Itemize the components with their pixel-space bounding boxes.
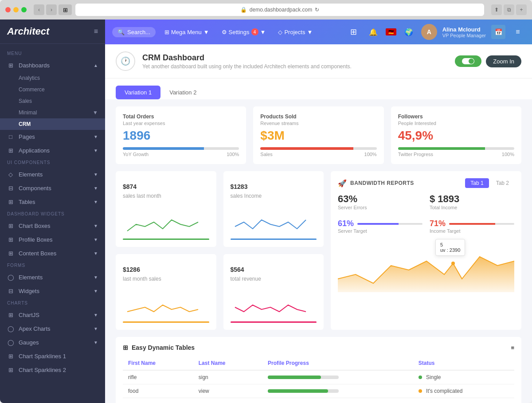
menu-label: MENU xyxy=(0,48,105,59)
charts-bottom-row: $1286 last month sales xyxy=(116,254,324,330)
sidebar-item-crm[interactable]: CRM xyxy=(0,118,105,130)
sidebar-logo-area: Architect ≡ xyxy=(0,20,105,44)
settings-item[interactable]: ⚙ Settings 4 ▼ xyxy=(218,27,270,37)
col-progress[interactable]: Profile Progress xyxy=(262,356,413,370)
sidebar-item-components[interactable]: ⊟ Components ▼ xyxy=(0,181,105,195)
search-bar[interactable]: 🔍 Search... xyxy=(112,27,156,37)
form-widgets-label: Widgets xyxy=(19,288,39,294)
sidebar-item-sparklines2[interactable]: ⊞ Chart Sparklines 2 xyxy=(0,363,105,377)
chart-point xyxy=(451,262,455,265)
stat-orders-sublabel: Last year expenses xyxy=(123,121,239,126)
mini-chart-card-3: $564 total revenue xyxy=(223,254,324,330)
copy-button[interactable]: ⧉ xyxy=(504,4,514,15)
col-firstname[interactable]: First Name xyxy=(123,356,193,370)
products-progress-bar xyxy=(260,147,376,150)
sidebar-item-pages[interactable]: □ Pages ▼ xyxy=(0,130,105,144)
window-button[interactable]: ⊞ xyxy=(59,4,72,15)
zoom-button[interactable]: Zoom In xyxy=(486,55,521,67)
sidebar-item-gauges[interactable]: ◯ Gauges ▼ xyxy=(0,336,105,349)
sidebar-item-sparklines1[interactable]: ⊞ Chart Sparklines 1 xyxy=(0,349,105,363)
applications-arrow: ▼ xyxy=(94,148,98,153)
sidebar-item-commerce[interactable]: Commerce xyxy=(0,84,105,95)
gauges-label: Gauges xyxy=(19,339,39,346)
stat-card-products: Products Sold Revenue streams $3M Sales … xyxy=(253,106,383,164)
minimize-dot[interactable] xyxy=(13,7,19,12)
orders-progress-bar xyxy=(123,147,239,150)
chart-0-underline xyxy=(123,239,209,240)
logo-text: Architect xyxy=(7,26,49,37)
sidebar-item-minimal[interactable]: Minimal ▼ xyxy=(0,107,105,118)
toggle-button[interactable] xyxy=(455,55,481,67)
form-elements-arrow: ▼ xyxy=(94,275,98,280)
sidebar: Architect ≡ MENU ⊞ Dashboards ▲ Analytic… xyxy=(0,20,105,403)
sidebar-item-form-elements[interactable]: ◯ Elements ▼ xyxy=(0,270,105,284)
applications-label: Applications xyxy=(19,147,50,154)
sidebar-item-sales[interactable]: Sales xyxy=(0,95,105,107)
mega-menu-item[interactable]: ⊞ Mega Menu ▼ xyxy=(161,27,213,37)
apex-charts-arrow: ▼ xyxy=(94,326,98,331)
charts-label: CHARTS xyxy=(0,298,105,308)
calendar-button[interactable]: 📅 xyxy=(491,25,505,39)
menu-lines-button[interactable]: ≡ xyxy=(511,25,525,39)
table-row: rifle sign Single xyxy=(123,370,514,384)
sidebar-item-profile-boxes[interactable]: ⊞ Profile Boxes ▼ xyxy=(0,233,105,246)
sidebar-item-dashboards[interactable]: ⊞ Dashboards ▲ xyxy=(0,59,105,72)
grid-button[interactable]: ⊞ xyxy=(347,25,361,39)
sidebar-item-elements[interactable]: ◇ Elements ▼ xyxy=(0,168,105,181)
sidebar-item-tables[interactable]: ⊞ Tables ▼ xyxy=(0,195,105,209)
tooltip-x: 5 xyxy=(440,242,460,247)
sidebar-item-applications[interactable]: ⊞ Applications ▼ xyxy=(0,144,105,157)
new-tab-button[interactable]: + xyxy=(516,4,527,15)
col-lastname[interactable]: Last Name xyxy=(193,356,262,370)
hamburger-icon[interactable]: ≡ xyxy=(94,27,98,35)
dashboard-widgets-label: DASHBOARD WIDGETS xyxy=(0,209,105,219)
charts-grid: $874 sales last month xyxy=(105,171,532,337)
share-button[interactable]: ⬆ xyxy=(491,4,502,15)
sidebar-item-analytics[interactable]: Analytics xyxy=(0,72,105,84)
avatar[interactable]: A xyxy=(421,24,437,40)
close-dot[interactable] xyxy=(5,7,11,12)
projects-item[interactable]: ◇ Projects ▼ xyxy=(274,27,316,37)
variation-tab-2[interactable]: Variation 2 xyxy=(160,86,205,99)
lock-icon: 🔒 xyxy=(240,7,247,13)
cell-status: Single xyxy=(413,370,514,384)
bw-progress-4: 71% xyxy=(430,219,514,228)
sidebar-item-apex-charts[interactable]: ◯ Apex Charts ▼ xyxy=(0,322,105,336)
sparklines1-label: Chart Sparklines 1 xyxy=(19,353,66,360)
chart-tooltip: 5 uv : 2390 xyxy=(435,239,465,256)
page-header-left: 🕐 CRM Dashboard Yet another dashboard bu… xyxy=(116,51,352,71)
sidebar-item-chart-boxes[interactable]: ⊞ Chart Boxes ▼ xyxy=(0,219,105,233)
currency-0: $ xyxy=(123,183,126,190)
stat-products-progress: Sales 100% xyxy=(260,147,376,157)
variation-tab-1[interactable]: Variation 1 xyxy=(116,86,160,99)
address-bar[interactable]: 🔒 demo.dashboardpack.com ↻ xyxy=(75,4,484,16)
globe-button[interactable]: 🌍 xyxy=(402,25,416,39)
mini-chart-value-0: $874 xyxy=(123,178,209,192)
currency-2: $ xyxy=(123,266,126,273)
flag-icon[interactable]: 🇩🇪 xyxy=(386,28,396,35)
status-dot xyxy=(419,376,422,379)
sidebar-item-chartjs[interactable]: ⊞ ChartJS ▼ xyxy=(0,308,105,322)
maximize-dot[interactable] xyxy=(21,7,27,12)
status-dot xyxy=(419,389,422,393)
back-button[interactable]: ‹ xyxy=(34,4,44,15)
sparklines2-icon: ⊞ xyxy=(7,367,14,373)
forward-button[interactable]: › xyxy=(46,4,57,15)
user-info: Alina Mclourd VP People Manager xyxy=(442,26,486,38)
page-icon: 🕐 xyxy=(116,51,135,71)
bw-stat-3: 61% Server Target xyxy=(338,217,422,234)
bandwidth-tab-1[interactable]: Tab 1 xyxy=(465,178,489,188)
refresh-icon[interactable]: ↻ xyxy=(315,7,319,13)
page-content: 🕐 CRM Dashboard Yet another dashboard bu… xyxy=(105,44,532,403)
notification-button[interactable]: 🔔 xyxy=(366,25,380,39)
components-label: Components xyxy=(19,185,51,192)
table-options-icon[interactable]: ≡ xyxy=(511,344,514,351)
sidebar-item-form-widgets[interactable]: ⊟ Widgets ▼ xyxy=(0,284,105,298)
col-status[interactable]: Status xyxy=(413,356,514,370)
stat-products-footer-left: Sales xyxy=(260,152,273,157)
page-header: 🕐 CRM Dashboard Yet another dashboard bu… xyxy=(105,44,532,78)
table-header-row: First Name Last Name Profile Progress St… xyxy=(123,356,514,370)
bandwidth-tab-2[interactable]: Tab 2 xyxy=(491,178,514,188)
mini-chart-value-2: $1286 xyxy=(123,261,209,275)
sidebar-item-content-boxes[interactable]: ⊞ Content Boxes ▼ xyxy=(0,246,105,260)
